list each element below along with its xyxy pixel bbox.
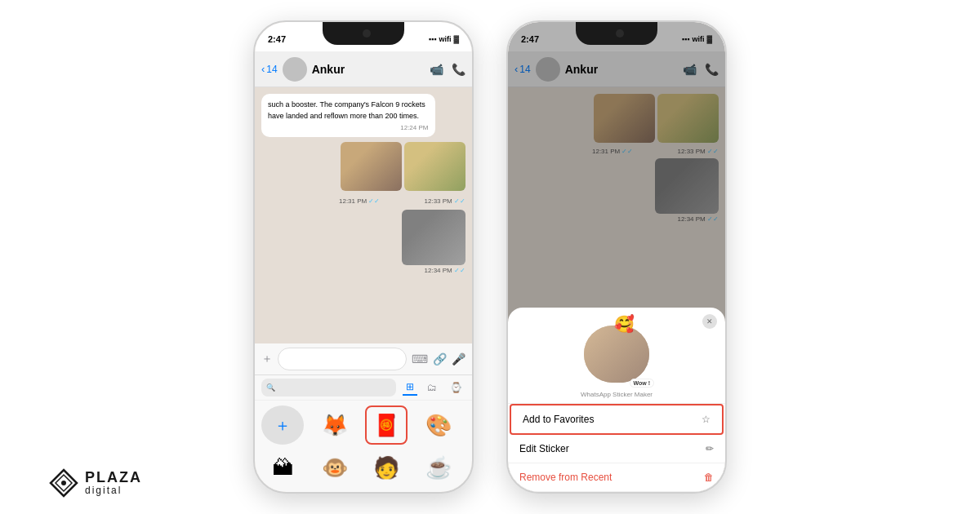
trash-icon: 🗑 (704, 472, 714, 483)
sticker-tab-stickers[interactable]: 🗂 (424, 380, 440, 395)
chevron-left-icon-1: ‹ (261, 63, 265, 75)
sticker-source-label: WhatsApp Sticker Maker (581, 391, 653, 398)
sticker-tab-recent[interactable]: ⊞ (403, 379, 417, 396)
sticker-fox[interactable]: 🦊 (314, 405, 356, 445)
video-icon-1[interactable]: 📹 (430, 63, 443, 76)
message-input-1[interactable] (278, 348, 407, 370)
sticker-wow[interactable]: 🧧 (365, 405, 408, 445)
logo-text: PLAZA digital (85, 470, 142, 497)
phone-2: 2:47 ▪▪▪ wifi ▓ ‹ 14 Ankur 📹 📞 (506, 20, 727, 494)
svg-point-2 (61, 481, 66, 485)
logo-digital-text: digital (85, 485, 142, 496)
remove-recent-label: Remove from Recent (519, 472, 612, 483)
sticker-monkey[interactable]: 🐵 (314, 448, 356, 487)
attach-icon-1[interactable]: 🔗 (433, 352, 447, 366)
phone-icon-1[interactable]: 📞 (452, 63, 466, 76)
bubble-time-1: 12:24 PM (268, 123, 429, 132)
phone-1: 2:47 ▪▪▪ wifi ▓ ‹ 14 Ankur 📹 📞 (253, 20, 474, 494)
back-count-1: 14 (266, 64, 277, 75)
sticker-tabs-1: 🔍 ⊞ 🗂 ⌚ (255, 375, 472, 401)
menu-item-edit-sticker[interactable]: Edit Sticker ✏ (508, 435, 725, 463)
sticker-search-1[interactable]: 🔍 (261, 379, 396, 397)
add-sticker-btn-1[interactable]: ＋ (261, 405, 304, 445)
status-icons-1: ▪▪▪ wifi ▓ (429, 35, 459, 43)
sticker-preview: 🥰 Wow ! WhatsApp Sticker Maker (508, 317, 725, 403)
pencil-icon: ✏ (706, 443, 714, 454)
sticker-coffee[interactable]: ☕ (417, 448, 460, 487)
sticker-person[interactable]: 🧑 (365, 448, 408, 487)
chat-image-2 (402, 210, 466, 265)
logo-plaza-text: PLAZA (85, 470, 142, 486)
sticker-tab-emoji[interactable]: ⌚ (447, 380, 466, 395)
context-menu-list: Add to Favorites ☆ Edit Sticker ✏ Remove… (508, 403, 725, 492)
camera-1 (363, 29, 371, 38)
edit-sticker-label: Edit Sticker (519, 443, 569, 454)
chat-image-1b (404, 142, 466, 191)
logo-icon (49, 468, 78, 498)
search-icon-1: 🔍 (266, 383, 275, 392)
context-sheet: ✕ 🥰 Wow ! WhatsApp Sticker Maker Add to … (508, 308, 725, 492)
input-bar-1: ＋ ⌨ 🔗 🎤 (255, 343, 472, 374)
sticker-mountain[interactable]: 🏔 (261, 448, 304, 487)
wow-badge: Wow ! (630, 379, 654, 388)
add-favorites-label: Add to Favorites (523, 414, 594, 425)
chat-area-1: such a booster. The company's Falcon 9 r… (255, 87, 472, 343)
sticker-preview-img: Wow ! (584, 326, 649, 383)
image-time-1a: 12:31 PM ✓✓ (339, 197, 380, 205)
phone-notch-2 (576, 22, 657, 45)
chat-image-1a (341, 142, 402, 191)
phone-screen-1: 2:47 ▪▪▪ wifi ▓ ‹ 14 Ankur 📹 📞 (255, 22, 472, 492)
image-time-1b: 12:33 PM ✓✓ (425, 197, 466, 205)
chat-header-1: ‹ 14 Ankur 📹 📞 (255, 51, 472, 87)
menu-item-add-favorites[interactable]: Add to Favorites ☆ (510, 404, 724, 435)
chat-bubble-text-1: such a booster. The company's Falcon 9 r… (261, 94, 435, 137)
mic-icon-1[interactable]: 🎤 (452, 352, 466, 366)
menu-item-remove-recent[interactable]: Remove from Recent 🗑 (508, 463, 725, 492)
sticker-grid-1: ＋ 🦊 🧧 🎨 🏔 🐵 🧑 ☕ (255, 401, 472, 492)
battery-icon-1: ▓ (453, 35, 459, 43)
star-icon: ☆ (702, 414, 710, 425)
signal-icon-1: ▪▪▪ (429, 35, 437, 43)
camera-2 (616, 29, 624, 38)
plus-icon-1[interactable]: ＋ (261, 352, 273, 366)
image-row-1 (341, 142, 466, 191)
header-icons-1: 📹 📞 (430, 63, 466, 76)
keyboard-icon-1[interactable]: ⌨ (412, 352, 428, 366)
back-button-1[interactable]: ‹ 14 (261, 63, 278, 75)
bubble-text-1: such a booster. The company's Falcon 9 r… (268, 100, 425, 120)
wifi-icon-1: wifi (439, 35, 451, 43)
image-time-2: 12:34 PM ✓✓ (402, 267, 466, 274)
contact-name-1: Ankur (312, 63, 425, 76)
sticker-art[interactable]: 🎨 (417, 405, 460, 445)
context-close-btn[interactable]: ✕ (702, 314, 717, 329)
status-time-1: 2:47 (268, 34, 286, 44)
phone-notch-1 (323, 22, 404, 45)
contact-avatar-1 (283, 57, 307, 82)
sticker-panel-1: 🔍 ⊞ 🗂 ⌚ ＋ 🦊 🧧 🎨 🏔 🐵 🧑 ☕ (255, 374, 472, 492)
logo-area: PLAZA digital (49, 468, 142, 498)
sticker-emoji-top: 🥰 (614, 314, 635, 334)
